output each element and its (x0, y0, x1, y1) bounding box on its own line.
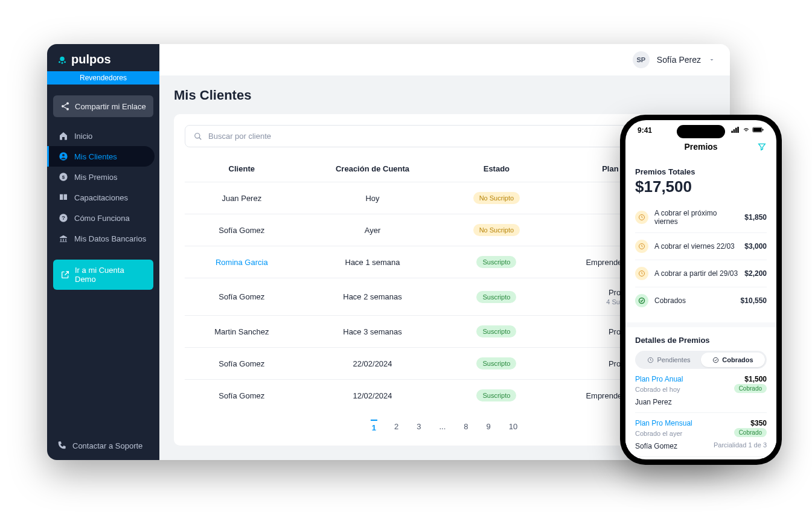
cell-created: Hace 3 semanas (299, 316, 447, 348)
detail-part: Parcialidad 1 de 3 (714, 441, 767, 449)
page-number[interactable]: 10 (508, 420, 519, 435)
cell-status: Suscripto (447, 380, 547, 412)
sidebar-item-como-funciona[interactable]: ? Cómo Funciona (47, 208, 159, 228)
page-number[interactable]: 3 (415, 420, 422, 435)
share-link-button[interactable]: Compartir mi Enlace (53, 95, 153, 117)
page-number[interactable]: 8 (462, 420, 469, 435)
premio-text: A cobrar el viernes 22/03 (654, 242, 738, 251)
svg-rect-19 (738, 127, 740, 133)
premio-text: A cobrar el próximo viernes (654, 209, 738, 226)
svg-point-13 (195, 133, 200, 138)
demo-account-button[interactable]: Ir a mi Cuenta Demo (53, 260, 153, 290)
detail-badge: Cobrado (734, 384, 767, 393)
premio-text: A cobrar a partir del 29/03 (654, 269, 738, 278)
premio-item[interactable]: Cobrados $10,550 (635, 287, 767, 314)
col-status: Estado (447, 156, 547, 182)
svg-point-1 (59, 61, 60, 63)
cell-client: Juan Perez (185, 182, 299, 214)
phone-notch (677, 125, 725, 138)
book-icon (59, 193, 68, 202)
page-number[interactable]: 2 (393, 420, 400, 435)
time: 9:41 (638, 126, 652, 135)
phone-icon (57, 441, 66, 450)
cell-client: Sofía Gomez (185, 278, 299, 316)
premio-value: $2,200 (744, 269, 767, 278)
phone-header: Premios (625, 136, 776, 159)
contact-support[interactable]: Contactar a Soporte (47, 431, 159, 460)
bank-icon (59, 234, 68, 243)
detail-badge: Cobrado (734, 428, 767, 437)
svg-text:$: $ (62, 174, 65, 180)
cell-status: Suscripto (447, 316, 547, 348)
premio-item[interactable]: A cobrar a partir del 29/03 $2,200 (635, 260, 767, 287)
sidebar-item-capacitaciones[interactable]: Capacitaciones (47, 187, 159, 208)
premio-text: Cobrados (654, 296, 735, 305)
cell-status: Suscripto (447, 348, 547, 380)
brand-logo: pulpos (47, 44, 159, 71)
page-number[interactable]: 1 (371, 420, 377, 435)
svg-rect-16 (732, 131, 734, 133)
cell-client: Sofía Gomez (185, 348, 299, 380)
detail-name: Juan Perez (635, 398, 672, 406)
status-badge: No Sucripto (473, 224, 520, 236)
seg-pendientes[interactable]: Pendientes (637, 353, 701, 367)
clock-icon (635, 267, 648, 280)
svg-rect-22 (762, 129, 764, 130)
cell-client: Sofía Gomez (185, 380, 299, 412)
nav-label: Mis Clientes (74, 152, 117, 161)
cell-status: Suscripto (447, 246, 547, 278)
octopus-icon (57, 54, 68, 65)
detail-item[interactable]: Plan Pro Anual $1,500 Cobrado el hoy Cob… (635, 369, 767, 413)
status-badge: Suscripto (476, 256, 516, 268)
cell-status: No Sucripto (447, 182, 547, 214)
col-created: Creación de Cuenta (299, 156, 447, 182)
svg-text:?: ? (62, 215, 65, 221)
nav-label: Inicio (74, 132, 92, 141)
premio-value: $1,850 (744, 213, 767, 222)
sidebar-item-mis-premios[interactable]: $ Mis Premios (47, 167, 159, 187)
detail-item[interactable]: Plan Pro Mensual $350 Cobrado el ayer Co… (635, 413, 767, 457)
svg-point-0 (60, 56, 65, 61)
help-icon: ? (59, 213, 68, 223)
seg-cobrados[interactable]: Cobrados (701, 353, 765, 367)
svg-rect-18 (735, 128, 737, 133)
share-icon (60, 101, 70, 111)
cell-client: Sofía Gomez (185, 214, 299, 246)
status-badge: Suscripto (476, 325, 516, 337)
search-placeholder: Buscar por cliente (208, 132, 271, 141)
svg-rect-21 (753, 128, 762, 132)
sidebar: pulpos Revendedores Compartir mi Enlace … (47, 44, 159, 460)
phone-screen: 9:41 Premios Premios Totales $17,500 A c… (625, 120, 776, 459)
cell-created: Hace 1 semana (299, 246, 447, 278)
details-section: Detalles de Premios Pendientes Cobrados … (625, 327, 776, 458)
search-input[interactable]: Buscar por cliente (185, 125, 650, 147)
phone-body: Premios Totales $17,500 A cobrar el próx… (625, 159, 776, 458)
chevron-down-icon[interactable] (708, 56, 715, 63)
premio-item[interactable]: A cobrar el viernes 22/03 $3,000 (635, 233, 767, 260)
detail-sub: Cobrado el hoy (635, 386, 680, 393)
premio-value: $3,000 (744, 242, 767, 251)
nav-label: Cómo Funciona (74, 214, 130, 223)
svg-point-28 (714, 357, 718, 362)
svg-point-4 (66, 102, 69, 104)
sidebar-item-inicio[interactable]: Inicio (47, 126, 159, 146)
cell-created: Hace 2 semanas (299, 278, 447, 316)
svg-point-5 (62, 105, 64, 107)
detail-name: Sofía Gomez (635, 442, 677, 450)
share-label: Compartir mi Enlace (75, 102, 146, 111)
filter-icon[interactable] (757, 142, 767, 152)
status-badge: Suscripto (476, 291, 516, 303)
nav-label: Mis Datos Bancarios (74, 234, 146, 243)
avatar[interactable]: SP (633, 51, 650, 68)
demo-label: Ir a mi Cuenta Demo (75, 266, 146, 284)
sidebar-item-mis-clientes[interactable]: Mis Clientes (47, 146, 155, 167)
page-number[interactable]: 9 (485, 420, 492, 435)
premio-item[interactable]: A cobrar el próximo viernes $1,850 (635, 202, 767, 233)
cell-created: Ayer (299, 214, 447, 246)
details-label: Detalles de Premios (635, 336, 767, 345)
clock-icon (635, 211, 648, 224)
status-badge: No Sucripto (473, 192, 520, 204)
sidebar-item-datos-bancarios[interactable]: Mis Datos Bancarios (47, 228, 159, 249)
totals-section: Premios Totales $17,500 A cobrar el próx… (625, 159, 776, 322)
cell-created: 22/02/2024 (299, 348, 447, 380)
